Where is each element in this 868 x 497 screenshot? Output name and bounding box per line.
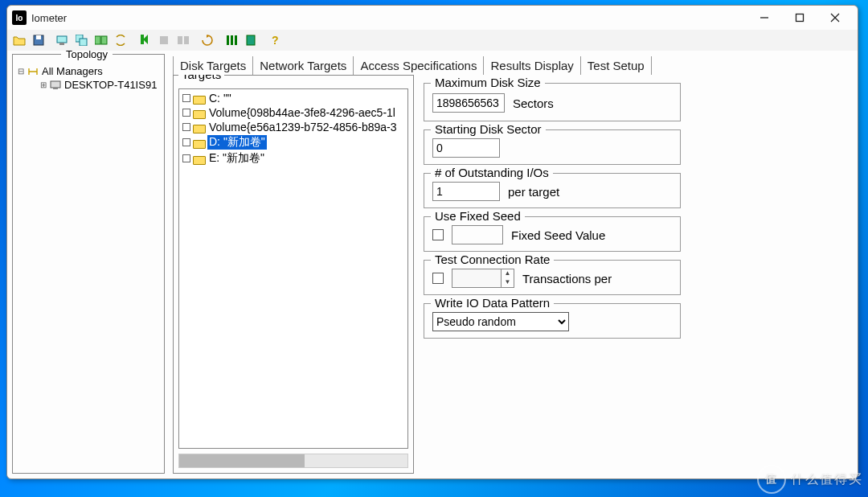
fixed-seed-input xyxy=(452,225,503,244)
settings-panel: Maximum Disk Size Sectors Starting Disk … xyxy=(422,75,853,474)
target-checkbox[interactable] xyxy=(182,138,190,146)
svg-rect-14 xyxy=(184,36,189,44)
svg-rect-18 xyxy=(247,35,255,45)
fixed-seed-checkbox[interactable] xyxy=(432,229,444,240)
svg-rect-16 xyxy=(231,35,233,45)
group-write-pattern: Write IO Data Pattern Pseudo random xyxy=(424,303,681,339)
svg-rect-21 xyxy=(53,88,58,89)
target-item[interactable]: Volume{e56a1239-b752-4856-b89a-3 xyxy=(181,120,406,134)
watermark-icon: 值 xyxy=(757,465,786,494)
tab-access-specifications[interactable]: Access Specifications xyxy=(354,56,484,75)
connection-rate-input xyxy=(452,269,501,287)
svg-rect-7 xyxy=(59,43,64,45)
topology-panel: Topology ⊟ All Managers ⊞ DESKTOP-T41IS9… xyxy=(12,54,165,474)
svg-rect-6 xyxy=(57,36,67,43)
network-icon xyxy=(27,67,39,76)
spread-icon[interactable] xyxy=(92,31,110,49)
tab-results-display[interactable]: Results Display xyxy=(484,56,580,75)
reset-icon[interactable] xyxy=(199,31,216,49)
target-item[interactable]: Volume{098b44ae-3fe8-4296-aec5-1l xyxy=(181,105,406,120)
max-disk-size-input[interactable] xyxy=(432,93,505,113)
target-list[interactable]: C: ""Volume{098b44ae-3fe8-4296-aec5-1lVo… xyxy=(178,88,408,449)
tree-root-label: All Managers xyxy=(42,65,103,77)
results-icon[interactable] xyxy=(242,31,260,49)
fixed-seed-label: Fixed Seed Value xyxy=(511,228,605,242)
svg-rect-5 xyxy=(36,35,41,39)
target-label: Volume{e56a1239-b752-4856-b89a-3 xyxy=(207,121,399,133)
access-spec-icon[interactable] xyxy=(223,31,240,49)
disk-icon xyxy=(193,138,204,147)
target-checkbox[interactable] xyxy=(182,154,190,162)
write-pattern-select[interactable]: Pseudo random xyxy=(432,312,569,331)
target-checkbox[interactable] xyxy=(182,123,190,131)
target-checkbox[interactable] xyxy=(182,109,190,117)
svg-rect-17 xyxy=(235,35,237,45)
connection-rate-spin: ▲▼ xyxy=(452,269,514,288)
tree-root[interactable]: ⊟ All Managers xyxy=(16,64,161,78)
new-worker-icon[interactable] xyxy=(54,31,72,49)
svg-rect-1 xyxy=(796,14,804,22)
targets-caption: Targets xyxy=(178,75,224,81)
watermark: 值 什么值得买 xyxy=(757,465,863,494)
svg-text:?: ? xyxy=(272,35,279,46)
group-fixed-seed: Use Fixed Seed Fixed Seed Value xyxy=(424,216,681,252)
disk-icon xyxy=(193,154,204,163)
targets-group: Targets C: ""Volume{098b44ae-3fe8-4296-a… xyxy=(173,75,414,474)
target-item[interactable]: E: "新加卷" xyxy=(181,150,406,166)
help-icon[interactable]: ? xyxy=(266,31,284,49)
target-item[interactable]: D: "新加卷" xyxy=(181,134,406,150)
app-window: Io Iometer ? xyxy=(6,5,858,479)
titlebar: Io Iometer xyxy=(7,6,858,30)
svg-rect-9 xyxy=(80,39,87,46)
disk-icon xyxy=(193,94,204,103)
group-starting-sector: Starting Disk Sector xyxy=(424,129,681,165)
open-icon[interactable] xyxy=(10,31,28,49)
tab-test-setup[interactable]: Test Setup xyxy=(581,56,652,75)
group-max-disk-size: Maximum Disk Size Sectors xyxy=(424,83,681,121)
target-checkbox[interactable] xyxy=(182,94,190,102)
spin-up-icon[interactable]: ▲ xyxy=(501,269,514,278)
disk-icon xyxy=(193,109,204,117)
svg-rect-20 xyxy=(51,81,60,88)
outstanding-ios-input[interactable] xyxy=(432,182,500,201)
svg-rect-10 xyxy=(95,36,100,44)
svg-rect-11 xyxy=(101,36,107,44)
stop-icon[interactable] xyxy=(155,31,173,49)
target-label: D: "新加卷" xyxy=(207,135,267,150)
app-icon: Io xyxy=(12,10,27,25)
target-label: E: "新加卷" xyxy=(207,151,266,166)
tab-network-targets[interactable]: Network Targets xyxy=(253,56,354,75)
target-label: Volume{098b44ae-3fe8-4296-aec5-1l xyxy=(207,106,397,119)
topology-caption: Topology xyxy=(61,51,113,60)
watermark-text: 什么值得买 xyxy=(791,471,863,488)
close-button[interactable] xyxy=(817,6,853,29)
target-label: C: "" xyxy=(207,92,233,105)
group-connection-rate: Test Connection Rate ▲▼ Transactions per xyxy=(424,260,681,295)
computer-icon xyxy=(50,80,61,90)
tree-node-label: DESKTOP-T41IS91 xyxy=(64,79,157,91)
sectors-label: Sectors xyxy=(513,97,554,110)
start-icon[interactable] xyxy=(136,31,154,49)
per-target-label: per target xyxy=(508,185,559,199)
duplicate-worker-icon[interactable] xyxy=(73,31,91,49)
target-item[interactable]: C: "" xyxy=(181,91,406,105)
disk-icon xyxy=(193,123,204,132)
svg-rect-13 xyxy=(178,36,182,44)
transactions-per-label: Transactions per xyxy=(522,272,612,285)
tab-disk-targets[interactable]: Disk Targets xyxy=(173,56,253,75)
starting-sector-input[interactable] xyxy=(432,138,500,158)
window-title: Iometer xyxy=(31,12,67,24)
toolbar: ? xyxy=(7,30,858,51)
link-icon[interactable] xyxy=(112,31,129,49)
horizontal-scrollbar[interactable] xyxy=(178,454,408,468)
maximize-button[interactable] xyxy=(782,6,817,29)
svg-rect-15 xyxy=(227,35,229,45)
connection-rate-checkbox[interactable] xyxy=(432,273,444,284)
minimize-button[interactable] xyxy=(747,6,782,29)
stop-all-icon[interactable] xyxy=(174,31,192,49)
save-icon[interactable] xyxy=(30,31,47,49)
desktop: Io Iometer ? xyxy=(0,0,868,497)
tree-node[interactable]: ⊞ DESKTOP-T41IS91 xyxy=(16,78,161,92)
tabs: Disk Targets Network Targets Access Spec… xyxy=(173,54,853,75)
spin-down-icon[interactable]: ▼ xyxy=(501,278,514,287)
